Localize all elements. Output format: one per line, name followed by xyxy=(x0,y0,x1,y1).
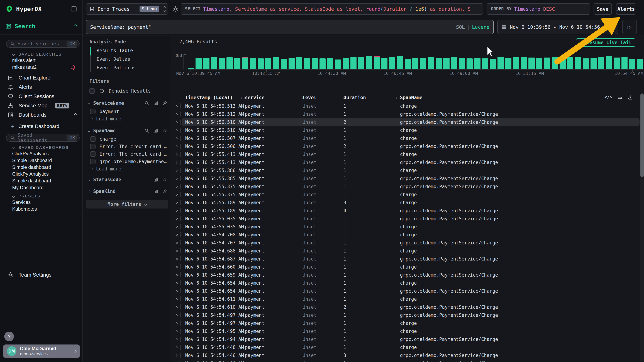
checkbox[interactable] xyxy=(90,151,96,157)
saved-dashboard-item[interactable]: Simple Dashboard xyxy=(0,157,82,164)
saved-searches-header[interactable]: SAVED SEARCHES xyxy=(12,52,82,57)
sql-orderby-editor[interactable]: ORDER BY Timestamp DESC xyxy=(486,3,590,15)
saved-dashboards-header[interactable]: SAVED DASHBOARDS xyxy=(12,145,82,150)
filter-option[interactable]: Error: The credit card … xyxy=(83,143,172,150)
saved-dashboard-item[interactable]: My Dashboard xyxy=(0,184,82,191)
sidebar-collapse-icon[interactable] xyxy=(70,5,77,12)
row-expand-chevron[interactable]: > xyxy=(176,184,178,189)
saved-dashboard-item[interactable]: Simple dashboard xyxy=(0,178,82,184)
histogram-bar[interactable] xyxy=(513,54,519,69)
histogram-bar[interactable] xyxy=(304,54,310,69)
histogram-bar[interactable] xyxy=(374,54,380,69)
chevron-up-icon[interactable] xyxy=(74,113,78,117)
sidebar-item-service-map[interactable]: Service MapBETA xyxy=(0,101,82,110)
histogram-bar[interactable] xyxy=(320,54,326,69)
checkbox[interactable] xyxy=(90,144,96,149)
row-expand-chevron[interactable]: > xyxy=(176,232,178,237)
table-row[interactable]: >Nov 6 10:54:55.189 AMpaymentUnset4grpc.… xyxy=(172,206,644,215)
histogram-bar[interactable] xyxy=(420,54,426,69)
row-expand-chevron[interactable]: > xyxy=(176,345,178,350)
histogram-bar[interactable] xyxy=(288,54,295,69)
bar-chart-icon[interactable] xyxy=(153,189,158,194)
table-row[interactable]: >Nov 6 10:54:55.413 AMpaymentUnset1charg… xyxy=(172,150,644,158)
histogram-bar[interactable] xyxy=(498,54,504,69)
analysis-mode-option[interactable]: Event Deltas xyxy=(83,55,172,63)
table-row[interactable]: >Nov 6 10:54:55.035 AMpaymentUnset1grpc.… xyxy=(172,215,644,223)
table-row[interactable]: >Nov 6 10:54:54.497 AMpaymentUnset1grpc.… xyxy=(172,311,644,319)
histogram-bar[interactable] xyxy=(622,54,628,69)
table-row[interactable]: >Nov 6 10:54:56.513 AMpaymentUnset1charg… xyxy=(172,102,644,110)
row-expand-chevron[interactable]: > xyxy=(176,216,178,221)
filter-section-statuscode[interactable]: StatusCode xyxy=(88,175,167,184)
row-expand-chevron[interactable]: > xyxy=(176,128,178,133)
saved-searches-input[interactable]: Saved Searches ⌘K xyxy=(6,40,80,48)
saved-dashboard-item[interactable]: ClickPy Analytics xyxy=(0,171,82,178)
row-expand-chevron[interactable]: > xyxy=(176,305,178,310)
mode-sql-toggle[interactable]: SQL xyxy=(456,24,465,30)
histogram-bar[interactable] xyxy=(567,54,573,69)
table-row[interactable]: >Nov 6 10:54:54.660 AMpaymentUnset1charg… xyxy=(172,263,644,271)
table-row[interactable]: >Nov 6 10:54:54.611 AMpaymentUnset1charg… xyxy=(172,295,644,303)
saved-dashboard-item[interactable]: Simple dashboard xyxy=(0,164,82,171)
histogram-bar[interactable] xyxy=(466,54,472,69)
table-row[interactable]: >Nov 6 10:54:56.507 AMpaymentUnset1charg… xyxy=(172,134,644,142)
column-header[interactable]: SpanName xyxy=(400,95,422,100)
table-row[interactable]: >Nov 6 10:54:54.687 AMpaymentUnset1grpc.… xyxy=(172,255,644,263)
sidebar-item-alerts[interactable]: Alerts xyxy=(0,82,82,92)
histogram-bar[interactable] xyxy=(296,54,302,69)
saved-dashboards-input[interactable]: Saved Dashboards ⌘K xyxy=(6,134,80,142)
row-expand-chevron[interactable]: > xyxy=(176,329,178,334)
histogram-bar[interactable] xyxy=(273,54,279,69)
mode-lucene-toggle[interactable]: Lucene xyxy=(472,24,490,30)
histogram-bar[interactable] xyxy=(219,54,225,69)
filter-section-servicename[interactable]: ServiceName xyxy=(88,98,167,108)
saved-search-item[interactable]: mikes tets2 xyxy=(0,64,82,71)
filter-option[interactable]: charge xyxy=(83,135,172,143)
code-view-icon[interactable]: </> xyxy=(604,95,612,100)
histogram-bar[interactable] xyxy=(281,54,287,69)
results-histogram[interactable] xyxy=(188,54,643,69)
row-expand-chevron[interactable]: > xyxy=(176,248,178,254)
histogram-bar[interactable] xyxy=(335,54,341,69)
sidebar-item-chart-explorer[interactable]: Chart Explorer xyxy=(0,73,82,82)
histogram-bar[interactable] xyxy=(405,54,411,69)
histogram-bar[interactable] xyxy=(350,54,356,69)
bar-chart-icon[interactable] xyxy=(153,128,158,133)
pin-icon[interactable] xyxy=(162,101,167,106)
histogram-bar[interactable] xyxy=(366,54,372,69)
row-expand-chevron[interactable]: > xyxy=(176,313,178,318)
table-row[interactable]: >Nov 6 10:54:54.654 AMpaymentUnset1charg… xyxy=(172,279,644,287)
source-settings-gear-icon[interactable] xyxy=(172,5,179,12)
histogram-bar[interactable] xyxy=(598,54,604,69)
row-expand-chevron[interactable]: > xyxy=(176,240,178,245)
column-header[interactable]: service xyxy=(245,95,264,100)
table-row[interactable]: >Nov 6 10:54:54.446 AMpaymentUnset3grpc.… xyxy=(172,351,644,359)
histogram-bar[interactable] xyxy=(265,54,271,69)
histogram-bar[interactable] xyxy=(451,54,457,69)
histogram-bar[interactable] xyxy=(234,54,240,69)
column-header[interactable]: duration xyxy=(344,95,366,100)
filter-option[interactable]: Error: The credit card … xyxy=(83,150,172,158)
filter-option[interactable]: grpc.oteldemo.PaymentSe… xyxy=(83,158,172,165)
checkbox[interactable] xyxy=(90,136,96,142)
row-expand-chevron[interactable]: > xyxy=(176,224,178,229)
histogram-bar[interactable] xyxy=(521,54,527,69)
histogram-bar[interactable] xyxy=(536,54,542,69)
saved-dashboard-item[interactable]: ClickPy Analytics xyxy=(0,150,82,157)
table-row[interactable]: >Nov 6 10:54:55.375 AMpaymentUnset1charg… xyxy=(172,190,644,198)
row-expand-chevron[interactable]: > xyxy=(176,208,178,213)
table-row[interactable]: >Nov 6 10:54:54.408 AMpaymentUnset2grpc.… xyxy=(172,359,644,362)
histogram-bar[interactable] xyxy=(428,54,434,69)
row-expand-chevron[interactable]: > xyxy=(176,160,178,165)
row-expand-chevron[interactable]: > xyxy=(176,296,178,302)
table-row[interactable]: >Nov 6 10:54:55.189 AMpaymentUnset3charg… xyxy=(172,198,644,206)
sidebar-item-team-settings[interactable]: Team Settings xyxy=(0,270,82,280)
histogram-bar[interactable] xyxy=(196,54,202,69)
histogram-bar[interactable] xyxy=(482,54,488,69)
histogram-bar[interactable] xyxy=(606,54,612,69)
table-row[interactable]: >Nov 6 10:54:54.708 AMpaymentUnset1charg… xyxy=(172,231,644,239)
histogram-bar[interactable] xyxy=(226,54,232,69)
filter-section-spankind[interactable]: SpanKind xyxy=(88,187,167,196)
create-dashboard-button[interactable]: + Create Dashboard xyxy=(0,122,82,131)
histogram-bar[interactable] xyxy=(560,54,566,69)
